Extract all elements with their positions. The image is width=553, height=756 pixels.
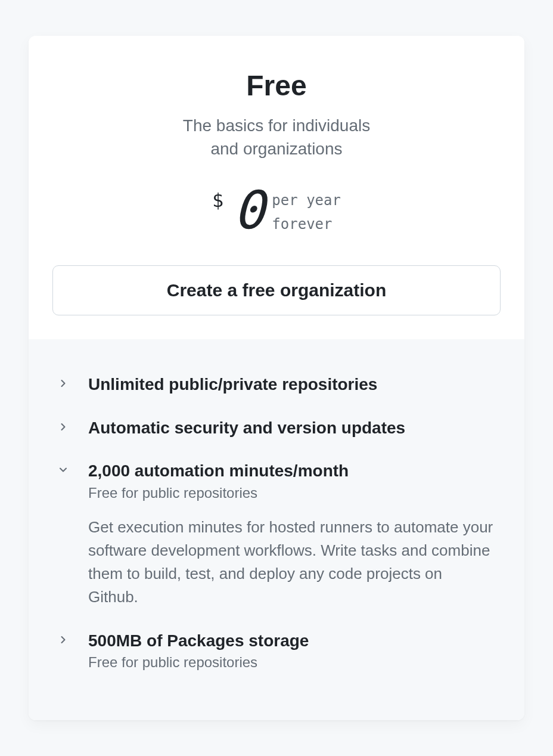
feature-item-repositories[interactable]: Unlimited public/private repositories	[57, 363, 496, 406]
pricing-card: Free The basics for individuals and orga…	[29, 36, 524, 720]
feature-title: Unlimited public/private repositories	[88, 374, 496, 395]
plan-subtitle-line2: and organizations	[210, 140, 342, 158]
chevron-right-icon	[57, 377, 72, 392]
currency-symbol: $	[212, 189, 223, 212]
feature-content: Automatic security and version updates	[88, 417, 496, 439]
price-meta: per year forever	[272, 192, 341, 233]
plan-subtitle: The basics for individuals and organizat…	[52, 114, 501, 160]
feature-item-packages-storage[interactable]: 500MB of Packages storage Free for publi…	[57, 619, 496, 681]
chevron-right-icon	[57, 421, 72, 435]
price-period: per year	[272, 192, 341, 209]
plan-title: Free	[52, 69, 501, 102]
price-amount: 0	[233, 184, 262, 237]
features-list: Unlimited public/private repositories Au…	[29, 339, 524, 720]
plan-subtitle-line1: The basics for individuals	[183, 116, 370, 135]
feature-item-security-updates[interactable]: Automatic security and version updates	[57, 407, 496, 450]
feature-content: Unlimited public/private repositories	[88, 374, 496, 395]
feature-item-automation-minutes[interactable]: 2,000 automation minutes/month Free for …	[57, 450, 496, 619]
feature-subtitle: Free for public repositories	[88, 485, 496, 501]
feature-content: 500MB of Packages storage Free for publi…	[88, 630, 496, 671]
feature-subtitle: Free for public repositories	[88, 654, 496, 671]
price-row: $ 0 per year forever	[52, 184, 501, 237]
feature-description: Get execution minutes for hosted runners…	[88, 516, 496, 609]
card-header: Free The basics for individuals and orga…	[29, 36, 524, 339]
chevron-right-icon	[57, 634, 72, 648]
create-organization-button[interactable]: Create a free organization	[52, 265, 501, 315]
feature-title: 500MB of Packages storage	[88, 630, 496, 652]
chevron-down-icon	[57, 464, 72, 478]
feature-content: 2,000 automation minutes/month Free for …	[88, 460, 496, 608]
feature-title: Automatic security and version updates	[88, 417, 496, 439]
feature-title: 2,000 automation minutes/month	[88, 460, 496, 482]
price-duration: forever	[272, 216, 332, 233]
